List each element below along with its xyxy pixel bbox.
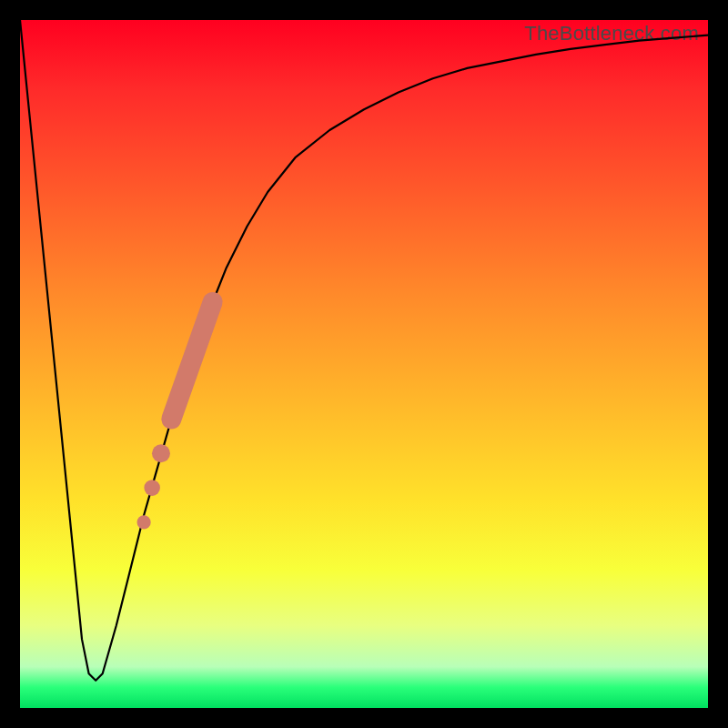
chart-frame: TheBottleneck.com xyxy=(0,0,728,728)
marker-dots xyxy=(136,444,170,529)
marker-band xyxy=(171,302,212,420)
bottleneck-curve xyxy=(20,20,708,681)
plot-area: TheBottleneck.com xyxy=(20,20,708,708)
marker-dot xyxy=(152,444,170,462)
marker-dot xyxy=(136,515,150,529)
chart-svg xyxy=(20,20,708,708)
marker-dot xyxy=(144,480,160,496)
